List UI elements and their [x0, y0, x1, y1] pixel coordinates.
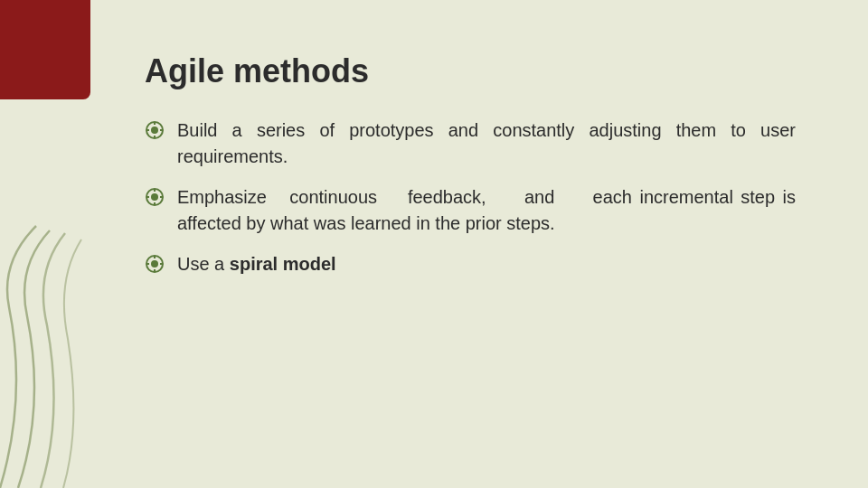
- svg-point-1: [151, 127, 158, 134]
- spiral-model-bold: spiral model: [230, 254, 336, 274]
- svg-point-7: [151, 193, 158, 201]
- deco-rectangle: [0, 0, 90, 99]
- bullet-item-3: Use a spiral model: [145, 251, 796, 277]
- bullet-icon-3: [145, 254, 165, 274]
- bullet-item-2: Emphasize continuous feedback, and each …: [145, 184, 796, 237]
- bullet-text-2: Emphasize continuous feedback, and each …: [177, 184, 796, 237]
- bullets-container: Build a series of prototypes and constan…: [145, 117, 796, 277]
- bullet-icon-1: [145, 120, 165, 140]
- bullet-icon-2: [145, 187, 165, 207]
- svg-point-13: [151, 260, 158, 267]
- bullet-text-1: Build a series of prototypes and constan…: [177, 117, 796, 170]
- deco-curves: [0, 217, 118, 488]
- slide-title: Agile methods: [145, 52, 796, 90]
- bullet-item-1: Build a series of prototypes and constan…: [145, 117, 796, 170]
- bullet-text-3: Use a spiral model: [177, 251, 796, 277]
- slide: Agile methods Build a series of prototyp…: [0, 0, 868, 488]
